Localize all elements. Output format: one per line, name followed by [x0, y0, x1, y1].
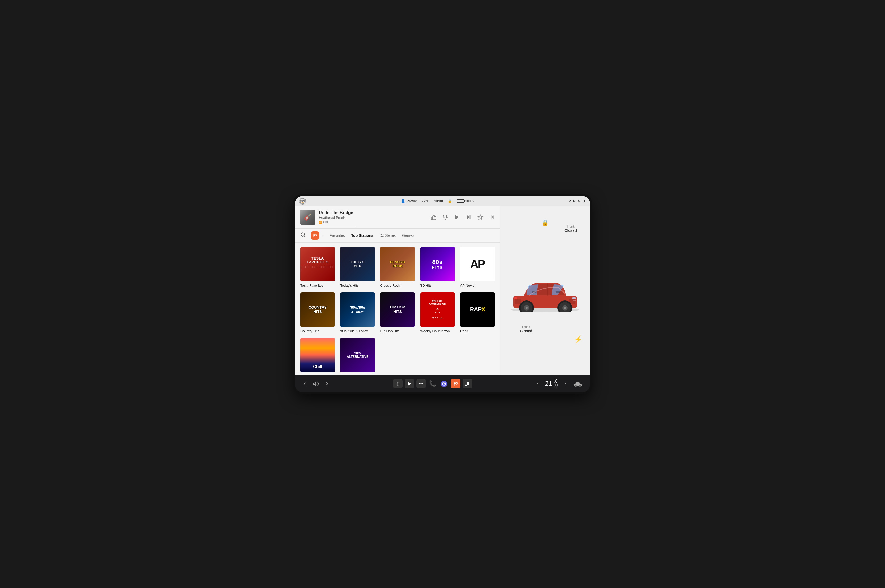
- station-grid: TESLA FAVORITES T T T T T T T T T T T T …: [300, 247, 495, 375]
- defrost-front-icon: [554, 384, 558, 386]
- next-button[interactable]: [466, 214, 472, 220]
- star-button[interactable]: [477, 214, 483, 220]
- progress-bar: [295, 228, 357, 228]
- svg-point-42: [444, 383, 445, 384]
- svg-rect-15: [314, 234, 316, 234]
- svg-point-12: [301, 233, 304, 236]
- station-grid-container: TESLA FAVORITES T T T T T T T T T T T T …: [295, 243, 500, 375]
- trunk-label: Trunk Closed: [564, 225, 577, 232]
- station-classic-rock[interactable]: CLASSIC ROCK Classic Rock: [380, 247, 415, 288]
- phone-button[interactable]: 📞: [428, 379, 437, 388]
- music-note-button[interactable]: [463, 379, 472, 388]
- defrost-rear-icon: [554, 386, 558, 388]
- tab-top-stations[interactable]: Top Stations: [349, 232, 376, 238]
- svg-rect-45: [454, 383, 456, 384]
- back-button[interactable]: [302, 380, 308, 387]
- station-chill[interactable]: Chill Chill: [300, 338, 335, 375]
- temp-increase-button[interactable]: [562, 381, 568, 387]
- thumbs-up-button[interactable]: [431, 214, 436, 220]
- service-selector[interactable]: ▾: [311, 231, 322, 240]
- station-hip-hop-hits[interactable]: HIP HOPHITS Hip Hop Hits: [380, 292, 415, 333]
- gear-indicator: P R N D: [568, 199, 586, 203]
- station-90s-alternative[interactable]: '90s ALTERNATIVE '90s Alternative: [340, 338, 375, 375]
- service-dropdown-arrow: ▾: [320, 234, 322, 237]
- station-80s90s-today[interactable]: '80s,'90s & TODAY '80s, '90s & Today: [340, 292, 375, 333]
- station-rapx[interactable]: RAPX RapX: [460, 292, 495, 333]
- station-label-weekly-countdown: Weekly Countdown: [420, 329, 455, 333]
- svg-text:ON: ON: [302, 201, 304, 203]
- svg-point-52: [580, 385, 581, 386]
- svg-point-46: [465, 384, 467, 386]
- main-area: Under the Bridge Heathered Pearls 📶 Chil…: [295, 206, 590, 375]
- svg-marker-7: [478, 214, 483, 219]
- station-tesla-favorites[interactable]: TESLA FAVORITES T T T T T T T T T T T T …: [300, 247, 335, 288]
- autopilot-button[interactable]: [393, 379, 403, 388]
- temp-decrease-button[interactable]: [535, 381, 541, 387]
- right-panel: 🔒 Frunk Closed Trunk Closed ⚡: [500, 206, 590, 375]
- tab-genres[interactable]: Genres: [399, 232, 417, 238]
- station-label-hip-hop-hits: Hip Hop Hits: [380, 329, 415, 333]
- svg-rect-33: [572, 297, 576, 299]
- media-player-button[interactable]: [405, 379, 414, 388]
- station-80s-hits[interactable]: 80s HITS '80 Hits: [420, 247, 455, 288]
- temperature-control: 21 .0: [545, 379, 558, 388]
- circle-app-button[interactable]: [440, 379, 449, 388]
- station-label-rapx: RapX: [460, 329, 495, 333]
- equalizer-button[interactable]: [489, 214, 495, 220]
- nav-right: 21 .0: [535, 379, 584, 388]
- svg-rect-16: [314, 235, 315, 236]
- volume-button[interactable]: [312, 380, 320, 388]
- person-icon: 👤: [401, 199, 405, 203]
- svg-point-28: [525, 307, 528, 309]
- svg-point-38: [397, 381, 399, 382]
- station-label-todays-hits: Today's Hits: [340, 284, 375, 288]
- svg-point-32: [564, 307, 566, 309]
- profile-section[interactable]: 👤 Profile: [401, 199, 417, 203]
- svg-marker-35: [314, 382, 316, 385]
- nav-left: [302, 380, 330, 388]
- temp-number: 21: [545, 380, 552, 388]
- station-weekly-countdown[interactable]: Weekly Countdown TESLA: [420, 292, 455, 333]
- nav-center: ••• 📞: [393, 379, 472, 388]
- track-info: Under the Bridge Heathered Pearls 📶 Chil…: [319, 210, 427, 224]
- car-container: 🔒 Frunk Closed Trunk Closed ⚡: [506, 212, 585, 370]
- search-button[interactable]: [300, 232, 306, 238]
- play-button[interactable]: [454, 214, 460, 220]
- svg-marker-5: [467, 215, 470, 219]
- status-left: PASSENGER AIRBAG ON: [299, 198, 306, 204]
- svg-rect-34: [514, 297, 517, 299]
- nav-tabs: Favorites Top Stations DJ Series Genres: [327, 232, 417, 238]
- pandora-active-button[interactable]: [451, 379, 460, 388]
- temperature-display: 22°C: [422, 199, 429, 203]
- car-icon: [573, 380, 583, 387]
- tab-dj-series[interactable]: DJ Series: [377, 232, 398, 238]
- svg-marker-39: [408, 382, 411, 386]
- station-label-90s-alternative: '90s Alternative: [340, 375, 375, 375]
- temp-decimal: .0: [554, 379, 558, 384]
- station-label-80s90s: '80s, '90s & Today: [340, 329, 375, 333]
- lock-icon: 🔒: [448, 199, 452, 203]
- status-center: 👤 Profile 22°C 13:30 🔒 100%: [401, 199, 474, 203]
- track-station: 📶 Chill: [319, 220, 427, 224]
- svg-point-50: [575, 385, 576, 386]
- battery-percent: 100%: [465, 199, 474, 203]
- svg-marker-4: [456, 215, 459, 219]
- more-button[interactable]: •••: [416, 379, 426, 388]
- thumbs-down-button[interactable]: [442, 214, 448, 220]
- signal-icon: 📶: [319, 220, 322, 224]
- lock-status: 🔒: [542, 219, 549, 226]
- track-title: Under the Bridge: [319, 210, 427, 215]
- tab-favorites[interactable]: Favorites: [327, 232, 348, 238]
- battery-section: 100%: [457, 199, 474, 203]
- station-todays-hits[interactable]: TODAY'SHITS Today's Hits: [340, 247, 375, 288]
- station-country-hits[interactable]: COUNTRYHITS Country Hits: [300, 292, 335, 333]
- station-ap-news[interactable]: AP AP News: [460, 247, 495, 288]
- svg-rect-23: [556, 291, 560, 292]
- car-overview-button[interactable]: [572, 379, 584, 388]
- playback-controls: [431, 214, 495, 220]
- charging-bolt-icon: ⚡: [574, 335, 583, 344]
- forward-button[interactable]: [324, 380, 330, 387]
- status-bar: PASSENGER AIRBAG ON 👤 Profile 22°C 13:30…: [295, 196, 590, 206]
- pandora-logo: [311, 231, 320, 240]
- station-label-80s-hits: '80 Hits: [420, 284, 455, 288]
